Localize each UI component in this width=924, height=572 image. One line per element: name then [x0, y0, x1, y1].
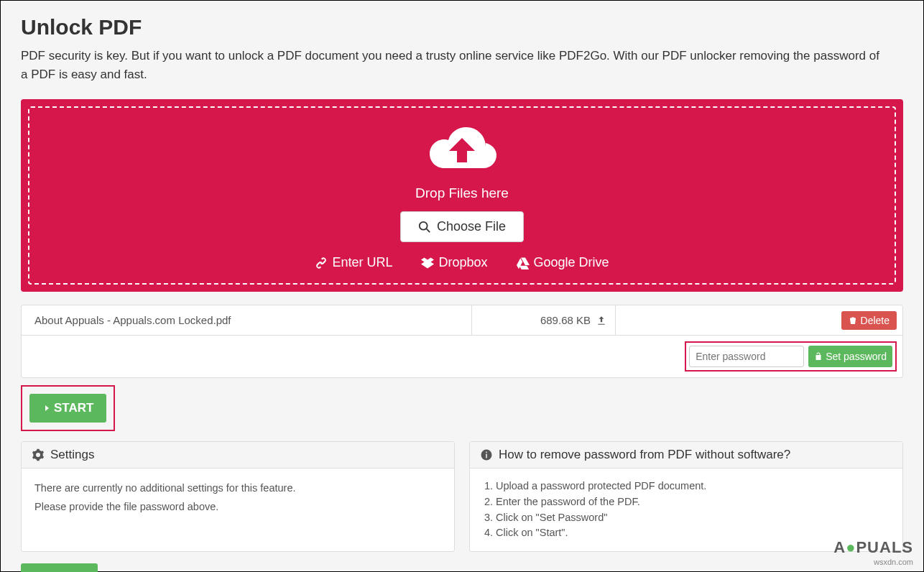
settings-line1: There are currently no additional settin… — [34, 479, 441, 497]
set-password-label: Set password — [826, 351, 887, 362]
google-drive-icon — [517, 257, 530, 269]
file-row: About Appuals - Appuals.com Locked.pdf 6… — [22, 305, 902, 336]
page-title: Unlock PDF — [21, 15, 903, 40]
dropbox-link[interactable]: Dropbox — [421, 255, 487, 270]
start-button-top[interactable]: START — [29, 394, 106, 423]
bottom-start-wrap: START — [21, 563, 903, 572]
set-password-button[interactable]: Set password — [808, 346, 892, 367]
page-subtitle: PDF security is key. But if you want to … — [21, 47, 883, 83]
source-row: Enter URL Dropbox Google Drive — [37, 255, 887, 270]
svg-rect-3 — [486, 454, 487, 458]
cloud-upload-icon — [37, 122, 887, 180]
settings-line2: Please provide the file password above. — [34, 497, 441, 516]
google-drive-link[interactable]: Google Drive — [517, 255, 609, 270]
chevron-right-icon — [42, 403, 51, 413]
link-icon — [315, 257, 328, 269]
svg-rect-4 — [486, 452, 487, 453]
howto-step: Click on "Set Password" — [496, 510, 890, 526]
howto-panel: How to remove password from PDF without … — [469, 441, 903, 552]
enter-url-label: Enter URL — [332, 255, 392, 270]
file-actions-cell: Delete — [615, 305, 902, 335]
unlock-icon — [814, 352, 823, 361]
password-input[interactable] — [689, 346, 804, 367]
howto-step: Click on "Start". — [496, 525, 890, 541]
choose-file-button[interactable]: Choose File — [400, 211, 524, 242]
gears-icon — [32, 448, 45, 461]
dropzone-container: Drop Files here Choose File Enter URL — [21, 99, 903, 292]
file-size: 689.68 KB — [540, 314, 591, 326]
file-name: About Appuals - Appuals.com Locked.pdf — [22, 314, 471, 326]
file-size-cell: 689.68 KB — [471, 305, 615, 335]
password-row: Set password — [22, 336, 902, 377]
start-label-top: START — [54, 401, 93, 415]
trash-icon — [849, 316, 857, 325]
settings-panel: Settings There are currently no addition… — [21, 441, 455, 552]
svg-line-1 — [427, 229, 430, 232]
appuals-logo: A●PUALS — [833, 538, 913, 557]
enter-url-link[interactable]: Enter URL — [315, 255, 392, 270]
howto-step: Enter the password of the PDF. — [496, 494, 890, 510]
search-icon — [418, 221, 431, 234]
settings-body: There are currently no additional settin… — [22, 469, 454, 526]
choose-file-label: Choose File — [437, 219, 506, 234]
howto-step: Upload a password protected PDF document… — [496, 479, 890, 494]
watermark: A●PUALS wsxdn.com — [833, 538, 913, 567]
svg-point-0 — [420, 221, 428, 229]
start-highlight: START — [21, 385, 115, 431]
settings-panel-head: Settings — [22, 442, 454, 469]
password-group-highlight: Set password — [685, 341, 897, 372]
file-table: About Appuals - Appuals.com Locked.pdf 6… — [21, 305, 903, 378]
drop-text: Drop Files here — [37, 185, 887, 201]
howto-panel-head: How to remove password from PDF without … — [470, 442, 902, 469]
howto-title: How to remove password from PDF without … — [499, 448, 790, 462]
start-button-bottom[interactable]: START — [21, 563, 98, 572]
watermark-site: wsxdn.com — [833, 558, 913, 567]
delete-button[interactable]: Delete — [841, 311, 897, 330]
dropzone[interactable]: Drop Files here Choose File Enter URL — [28, 106, 896, 285]
panels-row: Settings There are currently no addition… — [21, 441, 903, 552]
settings-title: Settings — [50, 448, 94, 462]
dropbox-icon — [421, 257, 434, 269]
google-drive-label: Google Drive — [534, 255, 609, 270]
info-icon — [480, 448, 493, 461]
delete-label: Delete — [861, 315, 890, 326]
dropbox-label: Dropbox — [438, 255, 487, 270]
howto-steps: Upload a password protected PDF document… — [483, 479, 890, 541]
upload-icon — [596, 315, 606, 326]
